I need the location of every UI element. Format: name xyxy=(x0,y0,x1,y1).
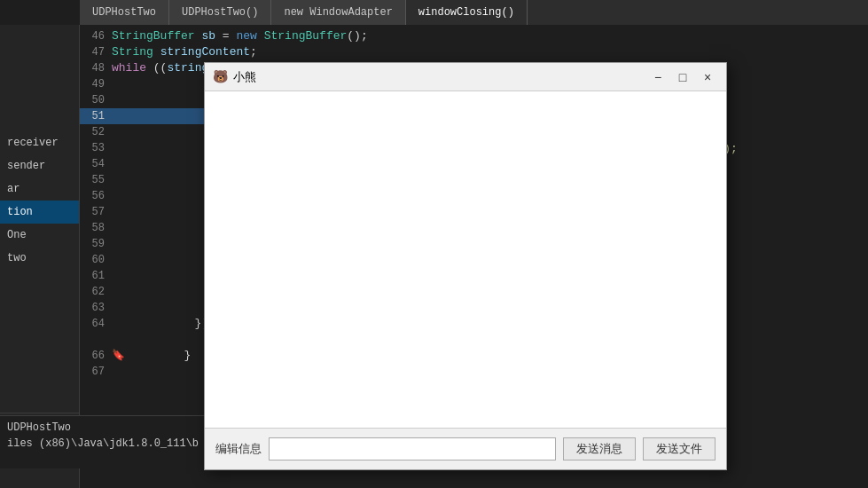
dialog-window-controls: − □ × xyxy=(646,67,719,87)
code-line-47: 47 String stringContent; xyxy=(80,44,647,60)
dialog-minimize-button[interactable]: − xyxy=(646,67,669,87)
sidebar-item-one[interactable]: One xyxy=(0,224,79,247)
send-message-button[interactable]: 发送消息 xyxy=(563,437,636,460)
send-file-button[interactable]: 发送文件 xyxy=(643,437,716,460)
dialog-title-text: 小熊 xyxy=(233,69,646,85)
dialog-titlebar[interactable]: 🐻 小熊 − □ × xyxy=(205,63,726,91)
sidebar-item-two[interactable]: two xyxy=(0,247,79,270)
sidebar-item-receiver[interactable]: receiver xyxy=(0,131,79,154)
code-line-46: 46 StringBuffer sb = new StringBuffer(); xyxy=(80,28,647,44)
dialog-close-button[interactable]: × xyxy=(696,67,719,87)
footer-message-input[interactable] xyxy=(269,437,556,460)
tab-bar: UDPHostTwo UDPHostTwo() new WindowAdapte… xyxy=(80,0,868,25)
footer-label: 编辑信息 xyxy=(215,441,262,457)
sidebar-item-tion[interactable]: tion xyxy=(0,201,79,224)
sidebar-item-sender[interactable]: sender xyxy=(0,154,79,177)
tab-windowclosing[interactable]: windowClosing() xyxy=(406,0,528,25)
tab-udphosttwo[interactable]: UDPHostTwo xyxy=(80,0,169,25)
sidebar-item-ar[interactable]: ar xyxy=(0,177,79,201)
ide-background: UDPHostTwo UDPHostTwo() new WindowAdapte… xyxy=(0,0,868,488)
dialog-app-icon: 🐻 xyxy=(212,69,228,85)
dialog-maximize-button[interactable]: □ xyxy=(671,67,694,87)
dialog-content-area xyxy=(205,91,726,429)
tab-windowadapter[interactable]: new WindowAdapter xyxy=(271,0,405,25)
dialog-window: 🐻 小熊 − □ × 编辑信息 发送消息 发送文件 xyxy=(204,62,727,470)
dialog-footer: 编辑信息 发送消息 发送文件 xyxy=(205,429,726,469)
tab-udphosttwo-constructor[interactable]: UDPHostTwo() xyxy=(169,0,271,25)
